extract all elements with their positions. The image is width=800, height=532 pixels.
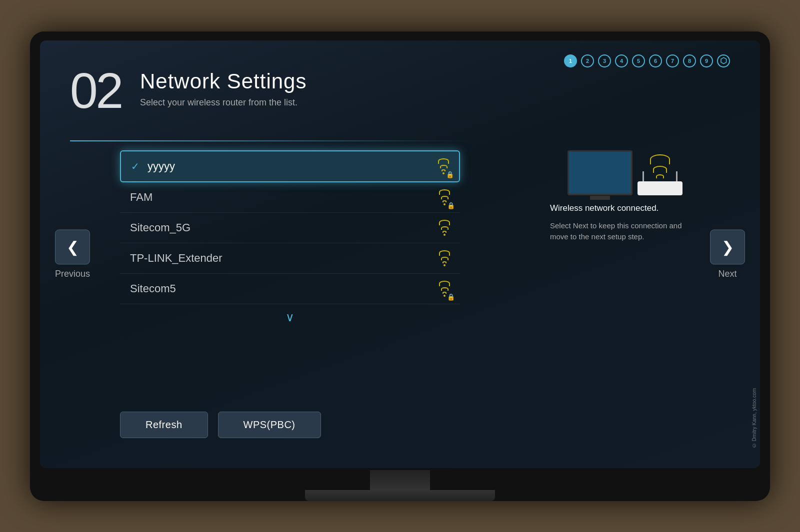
check-icon: ✓: [131, 160, 140, 172]
connection-status: Wireless network connected.: [550, 203, 700, 213]
next-button[interactable]: ❯ Next: [710, 229, 745, 279]
info-panel: Wireless network connected. Select Next …: [550, 150, 700, 243]
refresh-button[interactable]: Refresh: [120, 412, 208, 438]
tv-stand-base: [305, 490, 495, 501]
step-5: 5: [632, 54, 645, 67]
previous-arrow[interactable]: ❮: [55, 229, 90, 264]
step-6: 6: [649, 54, 662, 67]
wps-button[interactable]: WPS(PBC): [218, 412, 321, 438]
network-name-tplink: TP-LINK_Extender: [130, 252, 222, 265]
chevron-down-icon: ∨: [286, 310, 294, 324]
action-buttons: Refresh WPS(PBC): [120, 412, 321, 438]
network-item-yyyyy[interactable]: ✓ yyyyy 🔒: [120, 150, 460, 182]
step-4: 4: [615, 54, 628, 67]
network-name-sitecom5: Sitecom5: [130, 282, 176, 295]
network-name-yyyyy: ✓ yyyyy: [131, 160, 175, 173]
connection-description: Select Next to keep this connection and …: [550, 220, 700, 243]
wifi-icon-sitecom5: 🔒: [439, 281, 450, 297]
page-title: Network Settings: [140, 69, 306, 93]
connection-illustration: [550, 150, 700, 195]
network-item-sitecom5g[interactable]: Sitecom_5G: [120, 213, 460, 243]
wave-3: [656, 174, 664, 178]
ssid-sitecom5g: Sitecom_5G: [130, 221, 190, 234]
tv-screen: 1 2 3 4 5 6 7 8 9 ⬡ 02 Network Settings …: [40, 40, 760, 468]
scroll-more-indicator[interactable]: ∨: [120, 304, 460, 330]
step-3: 3: [598, 54, 611, 67]
ssid-sitecom5: Sitecom5: [130, 282, 176, 295]
title-divider: [70, 140, 470, 141]
ssid-yyyyy: yyyyy: [148, 160, 175, 173]
router-box: [638, 181, 682, 195]
ssid-tplink: TP-LINK_Extender: [130, 252, 222, 265]
watermark: © Dmitry Kann, yktoo.com: [752, 388, 757, 448]
previous-label: Previous: [55, 268, 90, 279]
wave-1: [650, 154, 670, 164]
network-list: ✓ yyyyy 🔒 FAM: [120, 150, 460, 330]
network-item-sitecom5[interactable]: Sitecom5 🔒: [120, 274, 460, 304]
wifi-icon-tplink: [439, 250, 450, 266]
network-name-sitecom5g: Sitecom_5G: [130, 221, 190, 234]
page-subtitle: Select your wireless router from the lis…: [140, 97, 306, 108]
next-arrow[interactable]: ❯: [710, 229, 745, 264]
step-1: 1: [564, 54, 577, 67]
step-indicators: 1 2 3 4 5 6 7 8 9 ⬡: [564, 54, 730, 67]
step-hex: ⬡: [717, 54, 730, 67]
step-2: 2: [581, 54, 594, 67]
wave-2: [653, 166, 667, 173]
tv-thumbnail: [568, 150, 632, 195]
step-7: 7: [666, 54, 679, 67]
network-item-tplink[interactable]: TP-LINK_Extender: [120, 243, 460, 274]
next-label: Next: [718, 268, 736, 279]
wifi-icon-yyyyy: 🔒: [438, 158, 449, 174]
step-9: 9: [700, 54, 713, 67]
tv-stand-neck: [370, 470, 430, 490]
step-number: 02: [70, 65, 122, 115]
wifi-icon-sitecom5g: [439, 220, 450, 236]
wifi-icon-fam: 🔒: [439, 189, 450, 205]
step-8: 8: [683, 54, 696, 67]
router-area: [638, 154, 682, 195]
network-item-fam[interactable]: FAM 🔒: [120, 182, 460, 213]
wifi-waves-illustration: [650, 154, 670, 178]
previous-button[interactable]: ❮ Previous: [55, 229, 90, 279]
title-area: Network Settings Select your wireless ro…: [140, 69, 306, 108]
tv-outer: 1 2 3 4 5 6 7 8 9 ⬡ 02 Network Settings …: [30, 31, 770, 501]
ssid-fam: FAM: [130, 191, 152, 204]
network-name-fam: FAM: [130, 191, 152, 204]
